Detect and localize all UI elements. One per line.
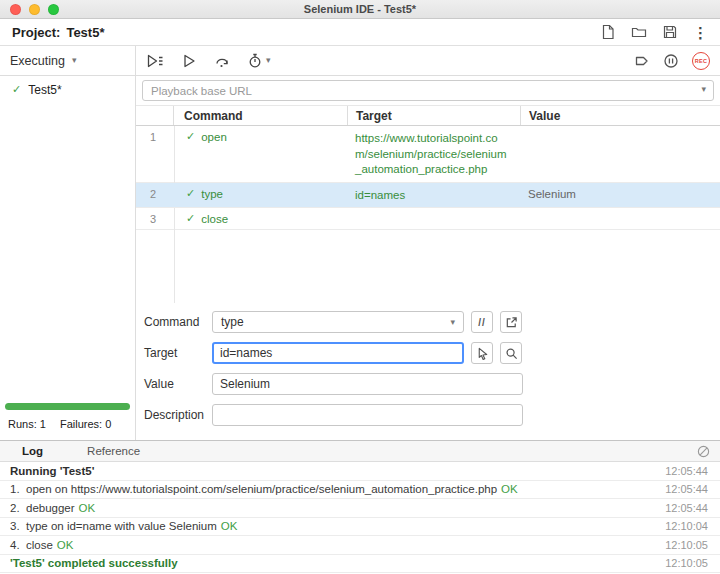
description-label: Description — [144, 408, 212, 422]
row-number: 2 — [136, 183, 174, 208]
open-reference-button[interactable] — [500, 311, 522, 333]
log-entry: 3. type on id=name with value Selenium O… — [0, 518, 720, 537]
clear-log-icon[interactable] — [697, 445, 710, 458]
log-panel: Log Reference Running 'Test5' 12:05:44 1… — [0, 440, 720, 574]
workspace: Executing ▾ ✓ Test5* Runs: 1 Failures: 0 — [0, 46, 720, 440]
project-actions: ⋮ — [600, 24, 708, 40]
tab-log[interactable]: Log — [22, 445, 43, 457]
column-number — [136, 106, 174, 125]
run-stats: Runs: 1 Failures: 0 — [0, 418, 135, 440]
chevron-down-icon: ▾ — [701, 85, 706, 94]
description-row: Description — [144, 404, 710, 426]
ok-status: OK — [501, 483, 518, 495]
log-entry: Running 'Test5' 12:05:44 — [0, 462, 720, 481]
base-url-row: ▾ — [136, 76, 720, 105]
record-button[interactable]: REC — [692, 52, 710, 70]
playback-base-url-input[interactable] — [142, 80, 714, 101]
value-input[interactable] — [212, 373, 523, 395]
command-editor: Command type ▾ // Target — [136, 303, 720, 440]
window-title: Selenium IDE - Test5* — [0, 3, 720, 15]
window-controls — [0, 4, 59, 15]
row-target: https://www.tutorialspoint.com/selenium/… — [347, 126, 520, 182]
main-panel: ▾ REC — [136, 46, 720, 440]
chevron-down-icon: ▾ — [450, 318, 455, 327]
open-project-icon[interactable] — [631, 24, 647, 40]
command-select[interactable]: type ▾ — [212, 311, 464, 333]
target-row: Target — [144, 342, 710, 364]
close-window-button[interactable] — [10, 4, 21, 15]
runs-count: Runs: 1 — [8, 418, 46, 430]
ok-status: OK — [221, 520, 238, 532]
titlebar: Selenium IDE - Test5* — [0, 0, 720, 19]
save-project-icon[interactable] — [662, 24, 678, 40]
table-row[interactable]: 3 ✓ close — [136, 208, 720, 230]
project-bar: Project: Test5* ⋮ — [0, 19, 720, 46]
test-name: Test5* — [28, 83, 61, 97]
sidebar-spacer — [0, 103, 135, 403]
log-timestamp: 12:10:04 — [665, 520, 708, 532]
passed-check-icon: ✓ — [186, 131, 195, 142]
commands-table: Command Target Value 1 ✓ open https://ww… — [136, 105, 720, 303]
log-timestamp: 12:05:44 — [665, 483, 708, 495]
row-value: Selenium — [520, 183, 720, 208]
toolbar-right: REC — [634, 52, 710, 70]
test-speed-button[interactable]: ▾ — [247, 52, 271, 69]
select-target-in-page-button[interactable] — [471, 342, 493, 364]
log-tabs: Log Reference — [0, 441, 720, 462]
log-entry: 4. close OK 12:10:05 — [0, 536, 720, 555]
row-number: 3 — [136, 208, 174, 229]
log-timestamp: 12:10:05 — [665, 557, 708, 569]
find-target-in-page-button[interactable] — [500, 342, 522, 364]
row-command: close — [201, 213, 228, 225]
row-target — [347, 208, 520, 229]
playback-toolbar: ▾ REC — [136, 46, 720, 76]
log-entry: 2. debugger OK 12:05:44 — [0, 499, 720, 518]
column-command: Command — [174, 106, 347, 125]
ok-status: OK — [79, 502, 96, 514]
passed-check-icon: ✓ — [186, 188, 195, 199]
row-number: 1 — [136, 126, 174, 182]
row-target: id=names — [347, 183, 520, 208]
tests-view-dropdown[interactable]: Executing ▾ — [0, 46, 135, 76]
target-input[interactable] — [212, 342, 464, 364]
project-name: Test5* — [66, 25, 104, 40]
ok-status: OK — [57, 539, 74, 551]
table-header: Command Target Value — [136, 105, 720, 126]
table-row[interactable]: 1 ✓ open https://www.tutorialspoint.com/… — [136, 126, 720, 183]
column-value: Value — [520, 106, 720, 125]
new-project-icon[interactable] — [600, 24, 616, 40]
column-target: Target — [347, 106, 520, 125]
value-row: Value — [144, 373, 710, 395]
passed-check-icon: ✓ — [186, 213, 195, 224]
tests-sidebar: Executing ▾ ✓ Test5* Runs: 1 Failures: 0 — [0, 46, 136, 440]
disable-breakpoints-icon[interactable] — [634, 53, 650, 69]
target-label: Target — [144, 346, 212, 360]
run-all-tests-button[interactable] — [146, 53, 164, 69]
minimize-window-button[interactable] — [29, 4, 40, 15]
row-command: type — [201, 188, 223, 200]
run-current-test-button[interactable] — [181, 53, 197, 69]
chevron-down-icon: ▾ — [72, 56, 77, 65]
tab-reference[interactable]: Reference — [87, 445, 140, 457]
run-progress-bar — [5, 403, 130, 410]
chevron-down-icon: ▾ — [266, 56, 271, 65]
toggle-comment-button[interactable]: // — [471, 311, 493, 333]
selenium-ide-window: Selenium IDE - Test5* Project: Test5* ⋮ — [0, 0, 720, 574]
row-value — [520, 126, 720, 182]
sidebar-item-test5[interactable]: ✓ Test5* — [0, 76, 135, 103]
log-timestamp: 12:05:44 — [665, 502, 708, 514]
project-label: Project: — [12, 25, 60, 40]
log-entry: 'Test5' completed successfully 12:10:05 — [0, 555, 720, 574]
command-select-value: type — [221, 315, 244, 329]
step-over-button[interactable] — [214, 53, 230, 69]
zoom-window-button[interactable] — [48, 4, 59, 15]
value-label: Value — [144, 377, 212, 391]
failures-count: Failures: 0 — [60, 418, 111, 430]
log-entries: Running 'Test5' 12:05:44 1. open on http… — [0, 462, 720, 574]
description-input[interactable] — [212, 404, 523, 426]
more-menu-icon[interactable]: ⋮ — [693, 25, 708, 40]
pause-on-exceptions-icon[interactable] — [663, 53, 679, 69]
table-row-selected[interactable]: 2 ✓ type id=names Selenium — [136, 183, 720, 209]
log-entry: 1. open on https://www.tutorialspoint.co… — [0, 481, 720, 500]
log-timestamp: 12:05:44 — [665, 465, 708, 477]
